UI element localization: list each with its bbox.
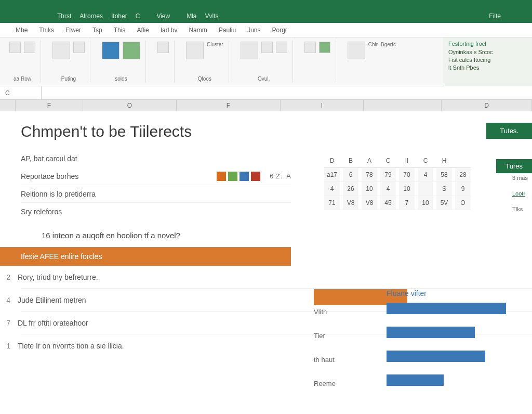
mt-cell[interactable]: 4 (418, 168, 433, 182)
row-number: 7 (0, 319, 18, 327)
ribbon-tab[interactable]: Namm (189, 27, 207, 34)
swatch-blue (240, 172, 249, 181)
title-bar: Thrst Alrornes Itoher C View Mla Vvlts F… (0, 0, 532, 23)
title-tab[interactable]: Itoher (111, 10, 127, 23)
ribbon-tab[interactable]: Tsp (92, 27, 102, 34)
list-item[interactable]: Reportace borhes 6 2'. A (21, 167, 291, 185)
col-head[interactable]: D (442, 100, 532, 111)
ribbon-tab[interactable]: Ftwer (65, 27, 81, 34)
mt-cell[interactable]: 4 (324, 182, 340, 196)
ribbon-tab[interactable]: Juns (247, 27, 260, 34)
mt-cell[interactable]: 70 (399, 168, 415, 182)
mt-cell[interactable]: O (455, 196, 471, 210)
mt-cell[interactable]: 7 (399, 196, 415, 210)
mt-head[interactable]: C (380, 154, 396, 167)
ribbon-group (299, 41, 336, 83)
list-item[interactable]: AP, bat carcul dat (21, 150, 291, 167)
mt-head[interactable]: II (399, 154, 415, 167)
mt-cell[interactable]: V8 (362, 196, 377, 210)
chart-icon[interactable] (102, 42, 119, 59)
name-box[interactable]: C (0, 86, 42, 99)
chart-icon[interactable] (123, 42, 140, 59)
title-tab[interactable]: View (156, 10, 170, 23)
title-tab[interactable]: Alrornes (79, 10, 103, 23)
ribbon-icon[interactable] (348, 42, 365, 59)
mt-cell[interactable]: 58 (436, 168, 452, 182)
pane-line[interactable]: Fist calcs Itocing (448, 57, 528, 63)
mt-cell[interactable]: 45 (380, 196, 396, 210)
mt-head[interactable]: D (324, 154, 340, 167)
list-item[interactable]: Reitionn is lo pretiderra (21, 185, 291, 203)
title-tab[interactable]: Vvlts (205, 10, 219, 23)
mt-head[interactable]: B (343, 154, 358, 167)
mt-cell[interactable]: 9 (455, 182, 471, 196)
ribbon-group: Puting (47, 41, 90, 83)
ribbon-tab[interactable]: Aflie (137, 27, 149, 34)
chart-bar (387, 351, 485, 362)
mt-cell[interactable]: 26 (343, 182, 358, 196)
col-head[interactable]: F (177, 100, 281, 111)
ribbon-icon[interactable] (73, 42, 85, 53)
mt-cell[interactable]: 10 (362, 182, 377, 196)
ribbon-icon[interactable] (186, 42, 204, 59)
mt-cell[interactable]: 71 (324, 196, 340, 210)
badge[interactable]: Tutes. (486, 123, 532, 139)
col-head-corner[interactable] (0, 100, 16, 111)
mini-table: D B A C II C H a17 6 78 79 70 4 58 28 4 … (324, 154, 471, 210)
mt-head[interactable]: C (418, 154, 433, 167)
mt-cell[interactable]: 78 (362, 168, 377, 182)
mt-cell[interactable]: 4 (380, 182, 396, 196)
ribbon-item-label: Chir (368, 42, 378, 47)
mt-cell[interactable]: S (436, 182, 452, 196)
title-tab[interactable]: Mla (187, 10, 196, 23)
list-item[interactable]: Sry releforos (21, 203, 291, 221)
ribbon-tab[interactable]: Thiks (39, 27, 54, 34)
mt-head[interactable]: H (436, 154, 452, 167)
ribbon-tab[interactable]: Mbe (16, 27, 28, 34)
ribbon-tab[interactable]: Porgr (272, 27, 287, 34)
ribbon-icon[interactable] (9, 42, 21, 53)
column-headers: F O F I D (0, 100, 532, 111)
ribbon-icon[interactable] (157, 42, 169, 53)
mt-cell[interactable]: 10 (418, 196, 433, 210)
row-label: Sry releforos (21, 208, 62, 216)
mt-cell[interactable]: 10 (399, 182, 415, 196)
ribbon-icon[interactable] (261, 42, 273, 53)
ribbon-group-label: solos (102, 76, 140, 82)
pane-line[interactable]: lt Snth Pbes (448, 64, 528, 71)
ribbon-group (152, 41, 175, 83)
table-row[interactable]: 2 Rory, triud tny befreturre. (21, 266, 532, 289)
col-head[interactable] (364, 100, 442, 111)
ribbon-tab[interactable]: This (114, 27, 126, 34)
row-value: 6 2'. (270, 172, 282, 180)
ribbon-tab-row: Mbe Thiks Ftwer Tsp This Aflie Iad bv Na… (0, 23, 532, 37)
mt-cell[interactable]: V8 (343, 196, 358, 210)
pane-line[interactable]: Oyninkas s Srcoc (448, 49, 528, 55)
col-head[interactable]: O (83, 100, 177, 111)
mt-cell[interactable] (418, 182, 433, 196)
badge[interactable]: Tures (496, 159, 532, 173)
ribbon-icon[interactable] (304, 42, 316, 53)
ribbon-tab[interactable]: Pauliu (219, 27, 236, 34)
mt-head[interactable]: A (362, 154, 377, 167)
title-tab[interactable]: Filte (489, 10, 501, 23)
ribbon-icon[interactable] (319, 42, 330, 53)
title-tab[interactable]: C (136, 10, 140, 23)
col-head[interactable]: F (16, 100, 83, 111)
title-tab[interactable]: Thrst (57, 10, 71, 23)
ribbon-tab[interactable]: Iad bv (161, 27, 178, 34)
ribbon-icon[interactable] (24, 42, 35, 53)
worksheet[interactable]: Chmpen't to be Tiilerects AP, bat carcul… (0, 111, 532, 414)
mt-cell[interactable]: 28 (455, 168, 471, 182)
mt-cell[interactable]: a17 (324, 168, 340, 182)
mt-cell[interactable]: 6 (343, 168, 358, 182)
row-number: 2 (0, 273, 18, 281)
mt-cell[interactable]: 5V (436, 196, 452, 210)
ribbon-icon[interactable] (276, 42, 287, 53)
mt-cell[interactable]: 79 (380, 168, 396, 182)
pane-title: Fesforting frocl (448, 41, 528, 47)
ribbon-icon[interactable] (52, 42, 70, 59)
row-number: 4 (0, 296, 18, 304)
col-head[interactable]: I (281, 100, 364, 111)
ribbon-icon[interactable] (241, 42, 258, 59)
